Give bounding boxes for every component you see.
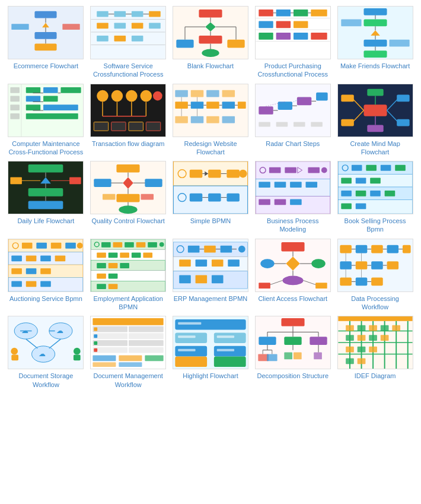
- svg-rect-84: [43, 104, 78, 110]
- svg-rect-53: [259, 33, 273, 40]
- svg-rect-222: [366, 165, 377, 171]
- item-label: Business Process Modeling: [255, 217, 331, 234]
- svg-text:☁: ☁: [39, 350, 46, 358]
- svg-rect-366: [94, 341, 97, 345]
- item-transaction-flow[interactable]: Transaction flow diagram: [88, 84, 168, 157]
- svg-rect-381: [178, 322, 201, 325]
- item-create-mind-map[interactable]: Create Mind Map Flowchart: [335, 84, 415, 157]
- svg-point-207: [321, 167, 327, 173]
- svg-rect-214: [290, 199, 302, 205]
- item-document-storage[interactable]: ☁ ☁ ☁ Document Storage Workflow: [6, 316, 86, 389]
- svg-rect-405: [284, 353, 292, 360]
- svg-point-308: [282, 275, 303, 285]
- svg-rect-226: [355, 178, 366, 184]
- svg-rect-421: [357, 325, 365, 331]
- item-computer-maintenance[interactable]: Computer Maintenance Cross-Functional Pr…: [6, 84, 86, 157]
- svg-rect-18: [97, 23, 109, 28]
- svg-rect-106: [175, 102, 188, 109]
- svg-rect-19: [114, 23, 126, 28]
- svg-rect-316: [355, 245, 367, 253]
- svg-rect-382: [178, 336, 195, 338]
- svg-rect-330: [340, 277, 352, 286]
- svg-rect-112: [222, 102, 235, 109]
- svg-rect-247: [41, 255, 52, 261]
- svg-rect-193: [190, 194, 203, 202]
- svg-point-191: [239, 170, 247, 178]
- svg-rect-318: [371, 245, 383, 253]
- item-erp-management[interactable]: ERP Management BPMN: [171, 239, 251, 312]
- item-document-management[interactable]: Document Management Workflow: [88, 316, 168, 389]
- item-label: Blank Flowchart: [187, 62, 234, 70]
- svg-rect-266: [148, 242, 157, 248]
- svg-rect-269: [109, 252, 118, 258]
- svg-rect-142: [363, 104, 387, 116]
- svg-rect-36: [176, 40, 193, 48]
- item-make-friends[interactable]: Make Friends Flowchart: [335, 6, 415, 79]
- item-simple-bpmn[interactable]: Simple BPMN: [171, 161, 251, 234]
- svg-point-304: [260, 259, 274, 268]
- svg-rect-263: [113, 242, 123, 248]
- svg-rect-246: [26, 255, 37, 261]
- svg-rect-206: [308, 167, 320, 173]
- item-employment-application[interactable]: Employment Application BPMN: [88, 239, 168, 312]
- svg-rect-119: [175, 116, 188, 123]
- svg-rect-357: [129, 327, 164, 332]
- svg-rect-334: [371, 277, 383, 286]
- svg-rect-385: [217, 349, 234, 351]
- svg-rect-128: [259, 106, 273, 115]
- svg-rect-168: [117, 164, 140, 173]
- svg-rect-154: [367, 125, 383, 132]
- item-label: Software Service Crossfunctional Process: [90, 62, 166, 79]
- item-label: Transaction flow diagram: [92, 140, 164, 148]
- svg-rect-276: [97, 273, 106, 278]
- item-redesign-website[interactable]: Redesign Website Flowchart: [171, 84, 251, 157]
- item-ecommerce-flowchart[interactable]: Ecommerce Flowchart: [6, 6, 86, 79]
- svg-rect-15: [114, 11, 126, 17]
- svg-rect-120: [191, 116, 204, 123]
- svg-rect-250: [26, 268, 37, 274]
- svg-rect-233: [355, 204, 366, 210]
- svg-rect-270: [120, 252, 129, 258]
- svg-rect-51: [276, 21, 290, 28]
- svg-rect-22: [97, 36, 109, 42]
- svg-rect-195: [208, 194, 221, 202]
- svg-rect-185: [190, 170, 203, 178]
- item-data-processing[interactable]: Data Processing Workflow: [335, 239, 415, 312]
- item-business-process-modeling[interactable]: Business Process Modeling: [253, 161, 333, 234]
- svg-rect-356: [93, 327, 128, 332]
- item-decomposition-structure[interactable]: Decomposition Structure: [253, 316, 333, 389]
- item-book-selling-bpmn[interactable]: Book Selling Process Bpmn: [335, 161, 415, 234]
- svg-rect-115: [175, 90, 188, 97]
- svg-rect-188: [208, 170, 221, 178]
- svg-rect-78: [26, 87, 40, 93]
- svg-rect-76: [11, 104, 20, 110]
- item-label: Quality Control Flowchart: [91, 217, 165, 225]
- svg-rect-23: [114, 36, 126, 42]
- item-software-service[interactable]: Software Service Crossfunctional Process: [88, 6, 168, 79]
- item-label: IDEF Diagram: [355, 372, 396, 380]
- item-idef-diagram[interactable]: IDEF Diagram: [335, 316, 415, 389]
- svg-rect-277: [109, 273, 118, 278]
- svg-rect-132: [297, 97, 311, 105]
- item-label: Product Purchasing Crossfunctional Proce…: [255, 62, 331, 79]
- item-radar-chart[interactable]: Radar Chart Steps: [253, 84, 333, 157]
- svg-rect-104: [146, 122, 160, 131]
- item-quality-control[interactable]: Quality Control Flowchart: [88, 161, 168, 234]
- svg-rect-108: [191, 102, 204, 109]
- svg-rect-203: [269, 167, 281, 173]
- svg-rect-63: [363, 20, 387, 27]
- svg-rect-61: [363, 8, 387, 15]
- item-highlight-flowchart[interactable]: Highlight Flowchart: [171, 316, 251, 389]
- svg-rect-49: [311, 9, 327, 17]
- svg-point-306: [311, 259, 325, 268]
- item-client-access[interactable]: Client Access Flowchart: [253, 239, 333, 312]
- svg-rect-144: [341, 94, 354, 102]
- svg-rect-264: [125, 242, 134, 248]
- item-daily-life[interactable]: Daily Life Flowchart: [6, 161, 86, 234]
- item-blank-flowchart[interactable]: Blank Flowchart: [171, 6, 251, 79]
- item-product-purchasing[interactable]: Product Purchasing Crossfunctional Proce…: [253, 6, 333, 79]
- svg-rect-293: [196, 259, 208, 267]
- svg-point-267: [160, 242, 164, 247]
- item-auctioning-service[interactable]: Auctioning Service Bpmn: [6, 239, 86, 312]
- svg-text:☁: ☁: [56, 327, 63, 335]
